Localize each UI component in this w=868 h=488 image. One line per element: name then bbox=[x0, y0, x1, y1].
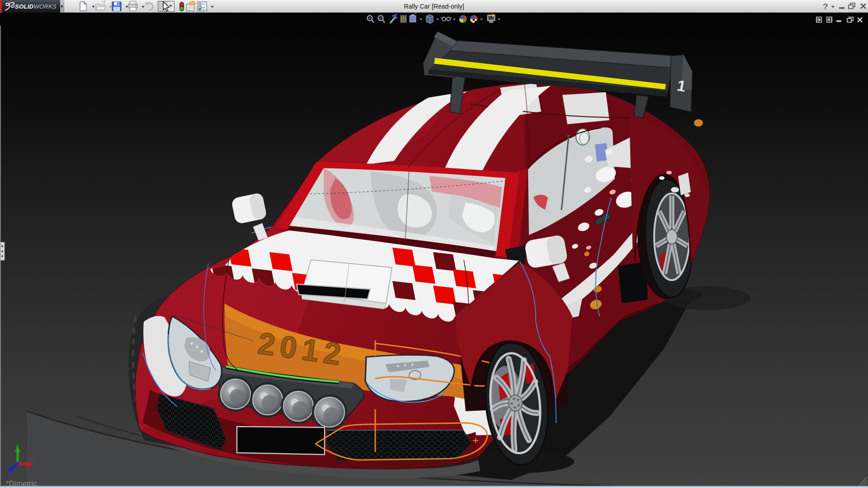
svg-text:Z: Z bbox=[5, 473, 9, 478]
svg-text:X: X bbox=[30, 458, 33, 464]
svg-text:Y: Y bbox=[15, 444, 19, 449]
svg-text:?: ? bbox=[823, 2, 828, 11]
